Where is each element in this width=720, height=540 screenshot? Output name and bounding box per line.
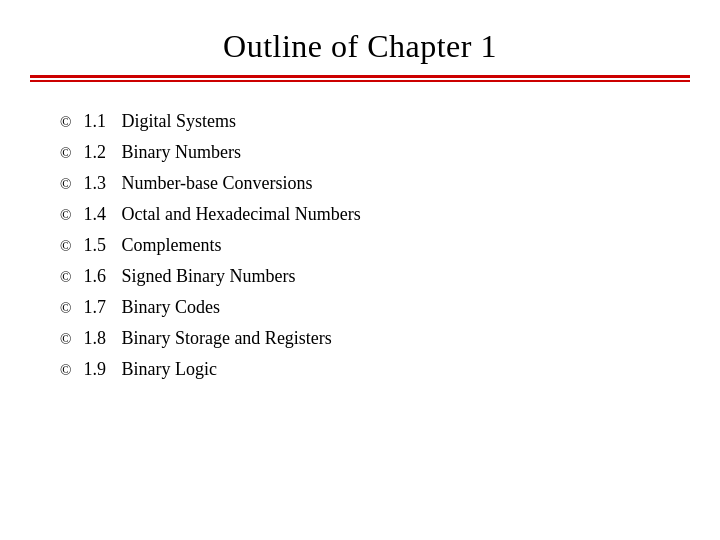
item-number: 1.3 bbox=[83, 173, 121, 194]
item-text: Binary Numbers bbox=[121, 142, 240, 163]
bullet-icon: © bbox=[60, 331, 71, 348]
item-text: Binary Storage and Registers bbox=[121, 328, 331, 349]
list-item: ©1.5Complements bbox=[60, 230, 660, 261]
list-item: ©1.3Number-base Conversions bbox=[60, 168, 660, 199]
bullet-icon: © bbox=[60, 362, 71, 379]
list-item: ©1.6Signed Binary Numbers bbox=[60, 261, 660, 292]
item-text: Complements bbox=[121, 235, 221, 256]
bullet-icon: © bbox=[60, 114, 71, 131]
item-number: 1.4 bbox=[83, 204, 121, 225]
list-item: ©1.7Binary Codes bbox=[60, 292, 660, 323]
item-number: 1.7 bbox=[83, 297, 121, 318]
item-number: 1.8 bbox=[83, 328, 121, 349]
divider-bottom-line bbox=[30, 80, 690, 82]
bullet-icon: © bbox=[60, 207, 71, 224]
bullet-icon: © bbox=[60, 176, 71, 193]
bullet-icon: © bbox=[60, 269, 71, 286]
list-item: ©1.1Digital Systems bbox=[60, 106, 660, 137]
item-text: Binary Logic bbox=[121, 359, 216, 380]
bullet-icon: © bbox=[60, 145, 71, 162]
item-text: Binary Codes bbox=[121, 297, 220, 318]
list-item: ©1.2Binary Numbers bbox=[60, 137, 660, 168]
item-text: Digital Systems bbox=[121, 111, 236, 132]
item-number: 1.2 bbox=[83, 142, 121, 163]
list-item: ©1.4Octal and Hexadecimal Numbers bbox=[60, 199, 660, 230]
item-text: Signed Binary Numbers bbox=[121, 266, 295, 287]
item-number: 1.1 bbox=[83, 111, 121, 132]
item-number: 1.6 bbox=[83, 266, 121, 287]
item-text: Octal and Hexadecimal Numbers bbox=[121, 204, 360, 225]
bullet-icon: © bbox=[60, 238, 71, 255]
item-text: Number-base Conversions bbox=[121, 173, 312, 194]
slide-title: Outline of Chapter 1 bbox=[0, 28, 720, 65]
item-number: 1.9 bbox=[83, 359, 121, 380]
item-number: 1.5 bbox=[83, 235, 121, 256]
slide: Outline of Chapter 1 ©1.1Digital Systems… bbox=[0, 0, 720, 540]
list-item: ©1.9Binary Logic bbox=[60, 354, 660, 385]
bullet-icon: © bbox=[60, 300, 71, 317]
slide-header: Outline of Chapter 1 bbox=[0, 0, 720, 75]
outline-list: ©1.1Digital Systems©1.2Binary Numbers©1.… bbox=[0, 100, 720, 385]
divider bbox=[0, 75, 720, 82]
list-item: ©1.8Binary Storage and Registers bbox=[60, 323, 660, 354]
divider-top-line bbox=[30, 75, 690, 78]
